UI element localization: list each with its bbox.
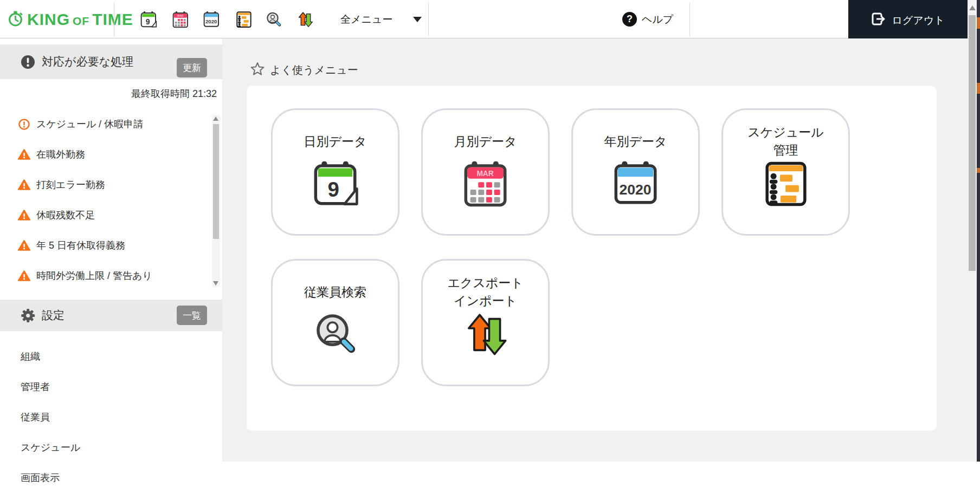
gear-icon xyxy=(21,308,35,323)
settings-menu-list: 組織 管理者 従業員 スケジュール 画面表示 xyxy=(0,341,211,493)
settings-section-header: 設定 一覧 xyxy=(0,300,222,331)
scroll-down-arrow-icon[interactable] xyxy=(213,281,218,286)
schedule-board-icon xyxy=(762,160,810,207)
alert-item[interactable]: 休暇残数不足 xyxy=(0,200,211,230)
sidebar-item-display[interactable]: 画面表示 xyxy=(0,463,211,493)
schedule-manage-icon[interactable] xyxy=(235,11,253,28)
export-import-icon[interactable] xyxy=(296,11,314,28)
scroll-marker-strip xyxy=(977,0,980,462)
alert-item[interactable]: 時間外労働上限 / 警告あり xyxy=(0,261,211,291)
last-fetched-time: 最終取得時間 21:32 xyxy=(0,87,217,100)
help-label: ヘルプ xyxy=(642,12,673,27)
card-title: スケジュール管理 xyxy=(747,123,824,160)
scroll-marker xyxy=(977,17,980,29)
scroll-up-arrow-icon[interactable] xyxy=(213,116,218,121)
card-title: 従業員検索 xyxy=(304,274,366,310)
up-down-arrows-icon xyxy=(462,310,510,358)
card-title: 月別データ xyxy=(454,123,517,160)
triangle-alert-icon xyxy=(18,239,30,252)
logout-button[interactable]: ログアウト xyxy=(848,0,968,41)
app-window: KINGOFTIME 全メニュー ? ヘルプ ログアウト 対応が必要な処理 xyxy=(0,0,980,493)
brand-logo[interactable]: KINGOFTIME xyxy=(8,0,133,38)
monthly-calendar-icon xyxy=(462,160,510,207)
card-title: 日別データ xyxy=(304,123,366,160)
scroll-marker xyxy=(977,83,980,94)
yearly-calendar-icon xyxy=(612,160,660,207)
sidebar-item-employee[interactable]: 従業員 xyxy=(0,402,211,432)
sidebar-item-schedule[interactable]: スケジュール xyxy=(0,432,211,463)
scroll-up-arrow-icon[interactable] xyxy=(969,5,976,10)
sidebar-item-admin[interactable]: 管理者 xyxy=(0,372,211,402)
refresh-button[interactable]: 更新 xyxy=(177,58,207,77)
scrollbar-thumb[interactable] xyxy=(213,124,219,239)
favorites-title: よく使うメニュー xyxy=(270,63,358,77)
pending-section-title: 対応が必要な処理 xyxy=(42,54,133,69)
triangle-alert-icon xyxy=(18,179,30,191)
alert-circle-icon xyxy=(21,55,35,69)
header-divider xyxy=(428,3,429,36)
card-yearly-data[interactable]: 年別データ xyxy=(571,108,700,236)
all-menu-dropdown[interactable]: 全メニュー xyxy=(340,0,422,38)
card-employee-search[interactable]: 従業員検索 xyxy=(271,259,399,386)
settings-list-button[interactable]: 一覧 xyxy=(177,306,207,325)
logout-icon xyxy=(871,12,886,29)
alert-item[interactable]: スケジュール / 休暇申請 xyxy=(0,109,211,139)
scroll-marker xyxy=(977,168,980,173)
sidebar-item-organization[interactable]: 組織 xyxy=(0,341,211,372)
help-button[interactable]: ? ヘルプ xyxy=(622,0,673,38)
main-content: よく使うメニュー 日別データ 月別データ 年別データ スケジュール管理 従業員検… xyxy=(222,38,968,462)
header-divider xyxy=(114,3,114,36)
card-daily-data[interactable]: 日別データ xyxy=(271,108,399,236)
settings-section-title: 設定 xyxy=(42,308,65,323)
card-title: エクスポートインポート xyxy=(447,274,524,310)
pending-alert-list: スケジュール / 休暇申請 在職外勤務 打刻エラー勤務 休暇残数不足 年 5 日… xyxy=(0,109,211,291)
employee-search-icon[interactable] xyxy=(265,11,282,28)
question-icon: ? xyxy=(622,12,637,27)
scrollbar-thumb[interactable] xyxy=(969,15,976,271)
alert-item[interactable]: 年 5 日有休取得義務 xyxy=(0,230,211,261)
all-menu-label: 全メニュー xyxy=(340,12,392,27)
header-divider xyxy=(689,3,690,36)
alert-item[interactable]: 打刻エラー勤務 xyxy=(0,170,211,200)
daily-data-icon[interactable] xyxy=(140,11,157,28)
daily-calendar-icon xyxy=(312,160,359,207)
card-schedule-manage[interactable]: スケジュール管理 xyxy=(721,108,850,236)
card-monthly-data[interactable]: 月別データ xyxy=(421,108,550,236)
alert-item[interactable]: 在職外勤務 xyxy=(0,139,211,170)
person-search-icon xyxy=(312,310,359,358)
favorites-panel: 日別データ 月別データ 年別データ スケジュール管理 従業員検索 エクスポートイ xyxy=(247,86,937,431)
page-scrollbar[interactable] xyxy=(968,0,977,462)
sidebar: 対応が必要な処理 更新 最終取得時間 21:32 スケジュール / 休暇申請 在… xyxy=(0,38,222,493)
brand-logo-text: KINGOFTIME xyxy=(27,10,133,29)
monthly-data-icon[interactable] xyxy=(172,11,189,28)
top-header: KINGOFTIME 全メニュー ? ヘルプ ログアウト xyxy=(0,0,980,38)
star-icon xyxy=(250,62,265,79)
alert-list-scrollbar[interactable] xyxy=(212,115,220,287)
circle-alert-icon xyxy=(18,118,30,131)
triangle-alert-icon xyxy=(18,209,30,222)
card-export-import[interactable]: エクスポートインポート xyxy=(421,259,550,386)
logout-label: ログアウト xyxy=(892,14,944,28)
stopwatch-logo-icon xyxy=(8,10,23,29)
pending-section-header: 対応が必要な処理 更新 xyxy=(0,44,222,79)
favorites-header: よく使うメニュー xyxy=(250,62,358,79)
triangle-alert-icon xyxy=(18,148,30,161)
card-title: 年別データ xyxy=(604,123,667,160)
chevron-down-icon xyxy=(413,17,422,22)
yearly-data-icon[interactable] xyxy=(203,11,220,28)
triangle-alert-icon xyxy=(18,270,30,282)
